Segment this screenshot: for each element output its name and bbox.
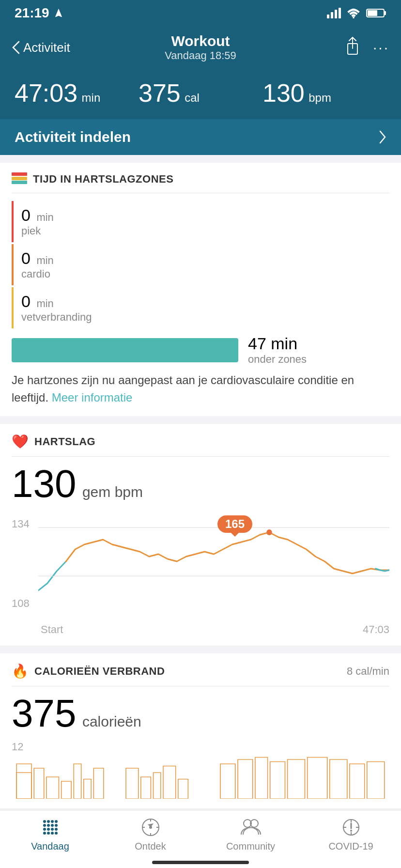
back-label: Activiteit bbox=[23, 40, 70, 55]
back-button[interactable]: Activiteit bbox=[12, 40, 70, 55]
hartslag-avg: 130 gem bpm bbox=[12, 465, 389, 503]
location-icon bbox=[53, 8, 64, 18]
svg-point-43 bbox=[51, 828, 54, 831]
svg-point-40 bbox=[55, 824, 58, 827]
status-icons bbox=[327, 8, 386, 18]
zone-under-row: 47 min onder zones bbox=[12, 334, 389, 366]
stat-hr-unit: bpm bbox=[308, 91, 331, 104]
svg-point-36 bbox=[55, 820, 58, 823]
hartslag-section: ❤️ HARTSLAG 130 gem bpm 134 108 165 bbox=[0, 424, 401, 646]
zone-note: Je hartzones zijn nu aangepast aan je ca… bbox=[12, 372, 389, 406]
zone-under-label: onder zones bbox=[248, 353, 307, 365]
svg-rect-22 bbox=[163, 766, 176, 799]
cal-bar-chart bbox=[12, 755, 389, 799]
svg-rect-20 bbox=[141, 777, 151, 799]
svg-rect-30 bbox=[330, 760, 347, 799]
svg-point-33 bbox=[43, 820, 46, 823]
heart-zones-title: TIJD IN HARTSLAGZONES bbox=[33, 173, 173, 186]
signal-icon bbox=[327, 8, 341, 18]
zone-under-info: 47 min onder zones bbox=[248, 334, 307, 366]
stat-calories-value: 375 bbox=[139, 79, 181, 107]
tab-covid[interactable]: COVID-19 bbox=[301, 810, 401, 858]
chart-tooltip: 165 bbox=[217, 515, 252, 533]
hartslag-avg-value: 130 bbox=[12, 462, 76, 505]
zone-vetverbranding: 0 min vetverbranding bbox=[12, 287, 389, 328]
hartslag-chart: 134 108 165 bbox=[12, 513, 389, 620]
svg-rect-27 bbox=[270, 762, 285, 799]
svg-point-10 bbox=[266, 529, 272, 535]
chart-y-134: 134 bbox=[12, 518, 30, 530]
svg-rect-25 bbox=[238, 760, 253, 799]
svg-point-45 bbox=[43, 832, 46, 835]
community-icon bbox=[240, 817, 262, 838]
zone-note-link[interactable]: Meer informatie bbox=[52, 391, 133, 404]
svg-rect-17 bbox=[84, 779, 91, 799]
stat-hr-value: 130 bbox=[262, 79, 305, 107]
svg-rect-21 bbox=[154, 773, 161, 799]
tab-vandaag[interactable]: Vandaag bbox=[0, 810, 100, 858]
svg-point-42 bbox=[47, 828, 50, 831]
tab-ontdek[interactable]: Ontdek bbox=[100, 810, 200, 858]
wifi-icon bbox=[347, 8, 360, 18]
tab-bar: Vandaag Ontdek bbox=[0, 810, 401, 868]
chart-start-label: Start bbox=[41, 623, 63, 636]
status-time: 21:19 bbox=[15, 5, 49, 21]
tab-covid-label: COVID-19 bbox=[328, 841, 373, 852]
chart-y-108: 108 bbox=[12, 597, 30, 610]
svg-rect-16 bbox=[74, 764, 81, 799]
nav-title-sub: Vandaag 18:59 bbox=[165, 49, 236, 62]
svg-point-35 bbox=[51, 820, 54, 823]
svg-point-47 bbox=[51, 832, 54, 835]
tab-community-label: Community bbox=[226, 841, 275, 852]
zone-piek-unit: min bbox=[36, 211, 53, 223]
activity-classify[interactable]: Activiteit indelen bbox=[0, 119, 401, 155]
chart-end-label: 47:03 bbox=[363, 623, 389, 636]
svg-rect-29 bbox=[308, 758, 327, 799]
svg-point-0 bbox=[353, 17, 355, 18]
svg-point-34 bbox=[47, 820, 50, 823]
svg-rect-2 bbox=[384, 11, 386, 15]
svg-point-48 bbox=[55, 832, 58, 835]
zone-vet-unit: min bbox=[36, 297, 53, 310]
stat-duration: 47:03 min bbox=[15, 78, 139, 108]
grid-line-top bbox=[38, 527, 389, 528]
chart-area: 165 bbox=[38, 513, 389, 610]
share-button[interactable] bbox=[344, 37, 361, 58]
svg-rect-14 bbox=[46, 777, 59, 799]
svg-rect-18 bbox=[93, 768, 104, 799]
zone-cardio-value: 0 bbox=[21, 249, 31, 267]
activity-classify-label: Activiteit indelen bbox=[15, 129, 131, 145]
svg-rect-31 bbox=[350, 764, 365, 799]
svg-point-41 bbox=[43, 828, 46, 831]
calories-chart: 12 bbox=[12, 741, 389, 799]
zone-piek-value: 0 bbox=[21, 206, 31, 224]
stat-calories-unit: cal bbox=[185, 91, 200, 104]
more-button[interactable]: ··· bbox=[373, 39, 389, 56]
nav-actions: ··· bbox=[344, 37, 389, 58]
hartslag-header: ❤️ HARTSLAG bbox=[12, 434, 389, 457]
svg-point-39 bbox=[51, 824, 54, 827]
svg-rect-26 bbox=[255, 758, 268, 799]
tab-ontdek-label: Ontdek bbox=[135, 841, 166, 852]
zone-vet-name: vetverbranding bbox=[21, 311, 92, 324]
stat-duration-unit: min bbox=[82, 91, 101, 104]
zone-under-bar bbox=[12, 338, 238, 362]
vandaag-icon bbox=[40, 817, 61, 838]
tab-community[interactable]: Community bbox=[200, 810, 301, 858]
calories-value: 375 bbox=[12, 692, 76, 735]
svg-rect-12 bbox=[16, 773, 31, 799]
grid-line-bottom bbox=[38, 576, 389, 576]
calories-header: 🔥 CALORIEËN VERBRAND 8 cal/min bbox=[12, 663, 389, 686]
battery-icon bbox=[366, 8, 386, 18]
cal-y-label: 12 bbox=[12, 741, 389, 753]
zone-cardio-unit: min bbox=[36, 254, 53, 266]
nav-bar: Activiteit Workout Vandaag 18:59 ··· bbox=[0, 26, 401, 69]
svg-point-44 bbox=[55, 828, 58, 831]
svg-rect-32 bbox=[367, 762, 385, 799]
zone-cardio-name: cardio bbox=[21, 268, 54, 280]
calories-section: 🔥 CALORIEËN VERBRAND 8 cal/min 375 calor… bbox=[0, 653, 401, 808]
svg-rect-11 bbox=[16, 764, 31, 799]
zone-vet-value: 0 bbox=[21, 292, 31, 310]
flame-icon: 🔥 bbox=[12, 663, 29, 679]
hartslag-avg-unit: gem bpm bbox=[82, 484, 143, 500]
